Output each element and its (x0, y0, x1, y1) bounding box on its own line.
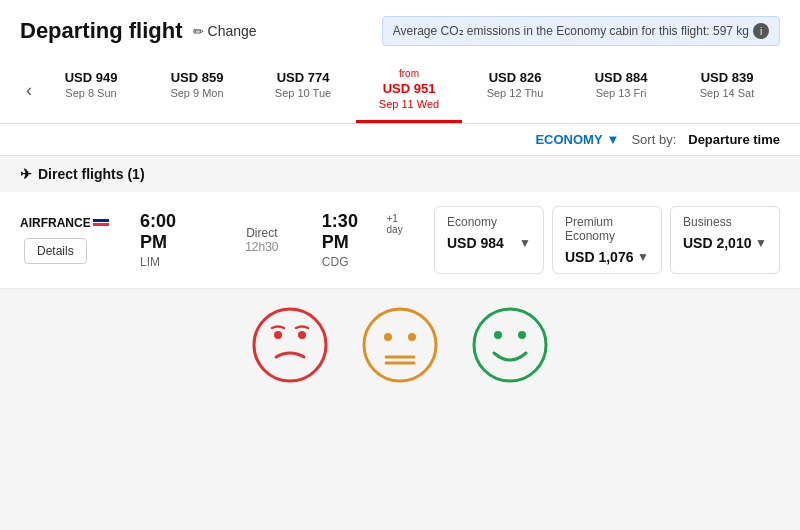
date-label: Sep 10 Tue (258, 87, 348, 99)
economy-chevron-icon: ▼ (607, 132, 620, 147)
fare-box-price-row: USD 984 ▼ (447, 235, 531, 251)
title-row: Departing flight ✏ Change (20, 18, 257, 44)
svg-rect-1 (93, 223, 109, 226)
date-from-label: from (364, 68, 454, 79)
date-item-0[interactable]: USD 949 Sep 8 Sun (38, 58, 144, 123)
flight-arrive-col: 1:30 PM +1 day CDG (322, 211, 414, 269)
page-title: Departing flight (20, 18, 183, 44)
svg-point-2 (254, 309, 326, 381)
date-price: USD 884 (576, 70, 666, 85)
plane-icon: ✈ (20, 166, 32, 182)
airline-name: AIRFRANCE (20, 216, 120, 230)
svg-point-10 (474, 309, 546, 381)
date-item-4[interactable]: USD 826 Sep 12 Thu (462, 58, 568, 123)
happy-face-icon[interactable] (470, 305, 550, 385)
depart-airport: LIM (140, 255, 202, 269)
header: Departing flight ✏ Change Average CO₂ em… (0, 0, 800, 124)
neutral-face-icon[interactable] (360, 305, 440, 385)
filters-row: ECONOMY ▼ Sort by: Departure time (0, 124, 800, 156)
svg-point-11 (494, 331, 502, 339)
co2-badge: Average CO₂ emissions in the Economy cab… (382, 16, 780, 46)
date-label: Sep 9 Mon (152, 87, 242, 99)
svg-point-7 (408, 333, 416, 341)
flight-card: AIRFRANCE Details 6:00 PM LIM Direct 12h… (0, 192, 800, 289)
direct-flights-label: Direct flights (1) (38, 166, 145, 182)
date-label: Sep 11 Wed (364, 98, 454, 110)
date-label: Sep 8 Sun (46, 87, 136, 99)
date-label: Sep 14 Sat (682, 87, 772, 99)
date-items: USD 949 Sep 8 Sun USD 859 Sep 9 Mon USD … (38, 58, 780, 123)
fare-box-price: USD 2,010 (683, 235, 751, 251)
date-label: Sep 12 Thu (470, 87, 560, 99)
date-item-1[interactable]: USD 859 Sep 9 Mon (144, 58, 250, 123)
airline-info: AIRFRANCE Details (20, 216, 120, 264)
feedback-row (0, 289, 800, 401)
date-price: USD 839 (682, 70, 772, 85)
date-item-2[interactable]: USD 774 Sep 10 Tue (250, 58, 356, 123)
section-label: ✈ Direct flights (1) (0, 156, 800, 192)
flight-duration: 12h30 (245, 240, 278, 254)
date-item-5[interactable]: USD 884 Sep 13 Fri (568, 58, 674, 123)
fare-box-label: Economy (447, 215, 531, 229)
depart-time: 6:00 PM (140, 211, 202, 253)
date-price: USD 949 (46, 70, 136, 85)
economy-dropdown[interactable]: ECONOMY ▼ (535, 132, 619, 147)
airfrance-logo (93, 218, 109, 228)
fare-box-price-row: USD 1,076 ▼ (565, 249, 649, 265)
date-price: USD 826 (470, 70, 560, 85)
fare-box-price-row: USD 2,010 ▼ (683, 235, 767, 251)
flight-type: Direct (246, 226, 277, 240)
date-price: USD 951 (364, 81, 454, 96)
date-price: USD 774 (258, 70, 348, 85)
fare-chevron-icon: ▼ (637, 250, 649, 264)
date-label: Sep 13 Fri (576, 87, 666, 99)
svg-rect-0 (93, 219, 109, 222)
fare-box-price: USD 984 (447, 235, 504, 251)
edit-icon: ✏ (193, 24, 204, 39)
flight-depart-times: 6:00 PM LIM (140, 211, 202, 269)
date-item-6[interactable]: USD 839 Sep 14 Sat (674, 58, 780, 123)
fare-box-label: Business (683, 215, 767, 229)
date-prev-button[interactable]: ‹ (20, 58, 38, 123)
fare-box-2[interactable]: Business USD 2,010 ▼ (670, 206, 780, 274)
fare-box-1[interactable]: Premium Economy USD 1,076 ▼ (552, 206, 662, 274)
info-icon[interactable]: i (753, 23, 769, 39)
flight-middle: Direct 12h30 (222, 226, 302, 254)
fare-chevron-icon: ▼ (755, 236, 767, 250)
fare-box-label: Premium Economy (565, 215, 649, 243)
arrive-time: 1:30 PM (322, 211, 384, 253)
date-selector: ‹ USD 949 Sep 8 Sun USD 859 Sep 9 Mon US… (20, 58, 780, 123)
economy-label: ECONOMY (535, 132, 602, 147)
svg-point-5 (364, 309, 436, 381)
svg-point-6 (384, 333, 392, 341)
svg-point-4 (298, 331, 306, 339)
change-label: Change (208, 23, 257, 39)
fare-chevron-icon: ▼ (519, 236, 531, 250)
change-link[interactable]: ✏ Change (193, 23, 257, 39)
fare-box-0[interactable]: Economy USD 984 ▼ (434, 206, 544, 274)
arrive-time-row: 1:30 PM +1 day (322, 211, 414, 253)
details-button[interactable]: Details (24, 238, 87, 264)
svg-point-12 (518, 331, 526, 339)
arrive-airport: CDG (322, 255, 414, 269)
sad-face-icon[interactable] (250, 305, 330, 385)
fare-boxes: Economy USD 984 ▼ Premium Economy USD 1,… (434, 206, 780, 274)
header-top: Departing flight ✏ Change Average CO₂ em… (20, 16, 780, 46)
svg-point-3 (274, 331, 282, 339)
sort-value: Departure time (688, 132, 780, 147)
next-day-label: +1 day (387, 213, 414, 235)
date-item-3[interactable]: from USD 951 Sep 11 Wed (356, 58, 462, 123)
sort-label: Sort by: (631, 132, 676, 147)
fare-box-price: USD 1,076 (565, 249, 633, 265)
date-price: USD 859 (152, 70, 242, 85)
co2-text: Average CO₂ emissions in the Economy cab… (393, 24, 749, 38)
